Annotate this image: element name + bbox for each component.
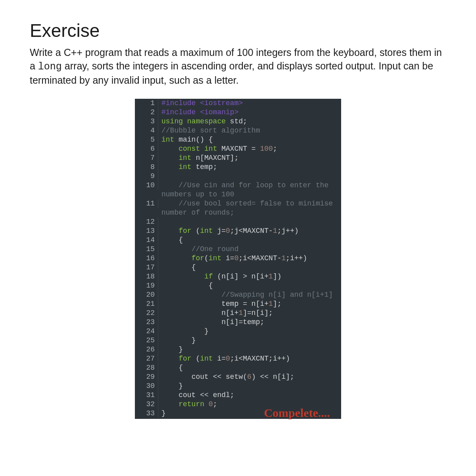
code-token: //One round [192,245,239,253]
line-number: 28 [135,363,158,372]
code-line: 28 { [135,363,341,372]
code-token: <iostream> [200,99,243,107]
line-number: 2 [135,108,158,117]
line-number: 12 [135,217,158,226]
line-number: 25 [135,336,158,345]
code-token: 0 [234,254,239,262]
code-token: { [161,263,196,271]
code-content: for(int i=0;i<MAXCNT-1;i++) [158,254,341,263]
code-token: n[i+ [161,309,238,317]
code-token: (n[i] > n[i+ [217,273,269,280]
code-token: 6 [247,373,251,381]
code-token [161,273,204,280]
code-line: 13 for (int j=0;j<MAXCNT-1;j++) [135,226,341,236]
code-token: cout << endl; [161,391,234,399]
code-token: } [161,382,183,390]
code-token: for [192,254,204,262]
code-content: } [158,345,341,354]
code-token: i= [217,355,226,363]
line-number: 29 [135,372,158,382]
code-token: //Swapping n[i] and n[i+1] [221,291,333,299]
code-content: n[i]=temp; [158,318,341,327]
code-token: int [209,254,226,262]
code-line: 25 } [135,336,341,345]
code-token: <iomanip> [200,108,238,116]
code-token: ;i++) [286,254,307,262]
code-token: int [178,154,196,162]
code-token: 1 [282,254,286,262]
code-line: 3using namespace std; [135,117,341,126]
code-token: ; [213,400,217,408]
line-number: 14 [135,236,158,245]
code-token [161,254,192,262]
page: Exercise Write a C++ program that reads … [0,0,476,419]
code-line: 8 int temp; [135,163,341,172]
line-number: 23 [135,318,158,327]
line-number: 21 [135,299,158,309]
code-token: 1 [273,227,277,235]
code-line: 1#include <iostream> [135,99,341,108]
line-number: 33 [135,409,158,418]
code-token: ;j++) [277,227,299,235]
code-token: ;i<MAXCNT;i++) [230,355,290,363]
code-content: for (int j=0;j<MAXCNT-1;j++) [158,226,341,236]
code-token: 0 [226,355,230,363]
prompt-text-post: array, sorts the integers in ascending o… [30,60,433,86]
code-token: ;i<MAXCNT- [238,254,281,262]
line-number: 24 [135,327,158,336]
line-number: 17 [135,263,158,272]
line-number: 8 [135,163,158,172]
code-token: namespace [187,117,230,125]
code-content: //Bubble sort algorithm [158,126,341,135]
code-content: } [158,336,341,345]
code-token: int [178,163,196,171]
line-number: 9 [135,172,158,181]
code-content: //One round [158,245,341,254]
code-token: n[MAXCNT]; [196,154,238,162]
code-token: 100 [260,145,273,153]
code-token: n[i]=temp; [161,318,264,326]
code-content: cout << setw(6) << n[i]; [158,372,341,382]
code-content: int main() { [158,135,341,144]
line-number: 30 [135,382,158,391]
code-line: 29 cout << setw(6) << n[i]; [135,372,341,382]
code-token: } [161,409,166,417]
line-number: 10 [135,181,158,190]
code-token: ;j<MAXCNT- [230,227,273,235]
code-content: int n[MAXCNT]; [158,154,341,163]
code-content: { [158,281,341,290]
code-content: { [158,263,341,272]
code-content: #include <iostream> [158,99,341,108]
code-token: main() { [178,136,213,144]
code-token: ]; [273,300,282,308]
code-token [161,154,178,162]
code-token [161,245,192,253]
code-token: int [200,355,217,363]
code-line: 24 } [135,327,341,336]
code-line: 22 n[i+1]=n[i]; [135,309,341,318]
code-token: } [161,336,196,344]
code-line: 4//Bubble sort algorithm [135,126,341,135]
code-token: ]) [273,273,282,280]
code-line: 21 temp = n[i+1]; [135,299,341,309]
code-content: n[i+1]=n[i]; [158,309,341,318]
code-line: 2#include <iomanip> [135,108,341,117]
line-number: 5 [135,135,158,144]
code-content: #include <iomanip> [158,108,341,117]
line-number: 18 [135,272,158,281]
code-editor: 1#include <iostream>2#include <iomanip>3… [135,99,341,419]
line-number: 27 [135,354,158,363]
code-content: { [158,363,341,372]
code-token: //Use cin and for loop to enter the numb… [161,181,333,198]
code-line: 27 for (int i=0;i<MAXCNT;i++) [135,354,341,363]
code-token [161,200,178,207]
code-token: ( [196,355,200,363]
page-title: Exercise [30,20,446,41]
code-token: std; [230,117,247,125]
code-token [161,227,178,235]
code-token [161,145,178,153]
code-line: 11 //use bool sorted= false to minimise … [135,199,341,217]
line-number: 31 [135,391,158,400]
watermark-text: Compelete.... [264,408,330,417]
code-token: MAXCNT = [221,145,260,153]
